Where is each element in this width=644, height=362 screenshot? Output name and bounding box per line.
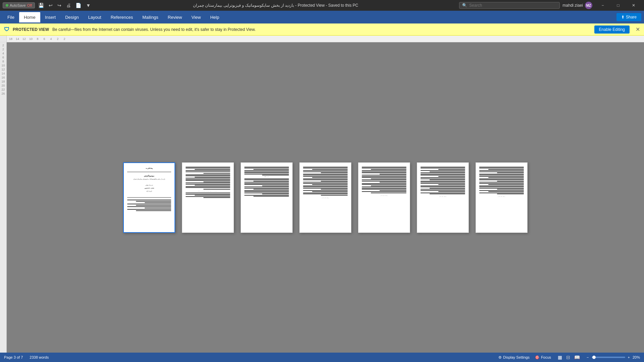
main-area: 2 2 4 6 8 10 12 14 16 18 20 22 26 پیشکش … xyxy=(0,42,644,353)
dropdown-icon[interactable]: ▼ xyxy=(85,2,92,9)
p2-line xyxy=(203,189,230,190)
p2-line xyxy=(186,187,230,188)
quick-access-toolbar: 💾 ↩ ↪ 🖨 📄 ▼ xyxy=(37,2,92,9)
zoom-label: 20% xyxy=(633,355,640,359)
tab-help[interactable]: Help xyxy=(205,12,224,22)
tab-insert[interactable]: Insert xyxy=(40,12,61,22)
p7-line xyxy=(497,172,524,173)
save-icon[interactable]: 💾 xyxy=(37,2,45,9)
tab-design[interactable]: Design xyxy=(60,12,83,22)
p5-line xyxy=(371,193,406,193)
p3-line xyxy=(244,188,289,189)
p7-line xyxy=(479,174,524,174)
share-label: Share xyxy=(626,15,637,19)
page-thumb-1[interactable]: پیشکش به موضوع گزارش بازدید از بخش سایکو… xyxy=(123,162,175,233)
display-settings-button[interactable]: ⚙ Display Settings xyxy=(498,355,530,360)
focus-button[interactable]: 🎯 Focus xyxy=(535,355,551,360)
pages-container: پیشکش به موضوع گزارش بازدید از بخش سایکو… xyxy=(116,156,534,240)
close-button[interactable]: ✕ xyxy=(626,0,641,11)
p7-line xyxy=(497,189,524,190)
tab-file[interactable]: File xyxy=(3,12,19,22)
minimize-button[interactable]: − xyxy=(595,0,610,11)
zoom-in-button[interactable]: + xyxy=(628,355,630,359)
page-thumb-4[interactable]: ▪ ۱۴۰۱/۱۰/۱۵ ▪ xyxy=(299,162,351,233)
read-mode-view-button[interactable]: 📖 xyxy=(573,354,581,361)
tab-view[interactable]: View xyxy=(187,12,205,22)
p6-line xyxy=(420,174,465,174)
enable-editing-button[interactable]: Enable Editing xyxy=(594,25,630,34)
ruler-v-mark: 16 xyxy=(1,76,5,79)
p2-line xyxy=(186,175,230,176)
p2-line xyxy=(186,174,230,175)
ribbon: File Home Insert Design Layout Reference… xyxy=(0,11,644,23)
autosave-button[interactable]: AutoSave Off xyxy=(3,2,35,8)
tab-mailings[interactable]: Mailings xyxy=(138,12,163,22)
p6-line xyxy=(420,178,465,179)
user-area: mahdi ziaei MZ xyxy=(562,2,592,9)
ruler-mark: 12 xyxy=(21,37,28,41)
search-input[interactable] xyxy=(469,3,557,8)
p6-line xyxy=(420,186,465,186)
page1-id: شماره دانشجویی xyxy=(127,187,171,189)
p1-line xyxy=(127,204,171,204)
p2-line xyxy=(195,195,230,196)
p4-line xyxy=(303,193,348,193)
page-thumb-7[interactable]: ▪ ۱۴۰۱/۱۰/۱۵ ▪ xyxy=(476,162,528,233)
p2-line xyxy=(186,180,230,181)
p6-line xyxy=(420,175,465,175)
page-thumb-2[interactable]: - ۱۰۸۰۰ - ۱۴۰۰۱ - ۱۱۰۰۱۰۱۱ - ۱۴۱۰۰۰۱ - xyxy=(182,162,234,233)
window-controls: − □ ✕ xyxy=(595,0,641,11)
ruler-v-mark: 20 xyxy=(1,84,5,87)
p5-line xyxy=(362,187,406,187)
page-thumb-3[interactable]: ۱ - ۱ - ۱۴ xyxy=(241,162,293,233)
page1-title1: موضوع گزارش xyxy=(127,175,171,177)
p1-line xyxy=(145,202,171,203)
web-layout-view-button[interactable]: ⊟ xyxy=(565,354,572,361)
share-button[interactable]: ⬆ Share xyxy=(616,13,641,21)
zoom-out-button[interactable]: − xyxy=(587,355,589,359)
p4-line xyxy=(303,178,348,179)
p6-line xyxy=(430,194,465,194)
page-info: Page 3 of 7 xyxy=(4,355,23,359)
p2-line xyxy=(186,179,230,180)
page-thumb-5[interactable]: ▪ ۱۴۰۱/۱۰/۱۵ ▪ xyxy=(358,162,410,233)
p3-line xyxy=(244,179,289,180)
redo-icon[interactable]: ↪ xyxy=(56,2,63,9)
zoom-slider[interactable] xyxy=(592,357,625,358)
tab-references[interactable]: References xyxy=(106,12,138,22)
p4-line xyxy=(312,169,348,170)
p6-line xyxy=(420,167,465,167)
print-layout-view-button[interactable]: ▦ xyxy=(556,354,563,361)
p4-line xyxy=(303,175,348,175)
p6-line xyxy=(420,182,465,183)
p3-line xyxy=(244,172,289,173)
zoom-thumb[interactable] xyxy=(592,356,596,359)
p5-line xyxy=(362,167,406,167)
maximize-button[interactable]: □ xyxy=(610,0,626,11)
p7-line xyxy=(479,183,524,184)
protected-message: Be careful—files from the Internet can c… xyxy=(52,27,591,32)
ruler-mark: 18 xyxy=(7,37,14,41)
p1-line xyxy=(145,208,171,208)
ruler-v-mark: 2 xyxy=(2,48,4,51)
p3-line xyxy=(244,187,289,187)
p7-line xyxy=(479,193,524,193)
undo-icon[interactable]: ↩ xyxy=(47,2,54,9)
p5-footer: ▪ ۱۴۰۱/۱۰/۱۵ ▪ xyxy=(362,195,406,197)
p7-line xyxy=(488,177,524,178)
page-thumb-6[interactable]: ▪ ۱۴۰۱/۱۰/۱۵ ▪ xyxy=(417,162,469,233)
tab-home[interactable]: Home xyxy=(19,12,40,22)
p3-line xyxy=(244,178,289,179)
page1-date: تاریخ ارائه xyxy=(127,190,171,192)
tab-layout[interactable]: Layout xyxy=(84,12,106,22)
p4-line xyxy=(303,167,348,167)
p6-line xyxy=(420,183,465,184)
user-avatar[interactable]: MZ xyxy=(585,2,592,9)
ruler-v-mark: 26 xyxy=(1,92,5,95)
search-box[interactable]: 🔍 xyxy=(459,2,560,9)
new-doc-icon[interactable]: 📄 xyxy=(74,2,83,9)
p2-line xyxy=(186,183,230,183)
protected-close-button[interactable]: ✕ xyxy=(636,26,640,33)
tab-review[interactable]: Review xyxy=(163,12,187,22)
print-icon[interactable]: 🖨 xyxy=(65,2,72,9)
